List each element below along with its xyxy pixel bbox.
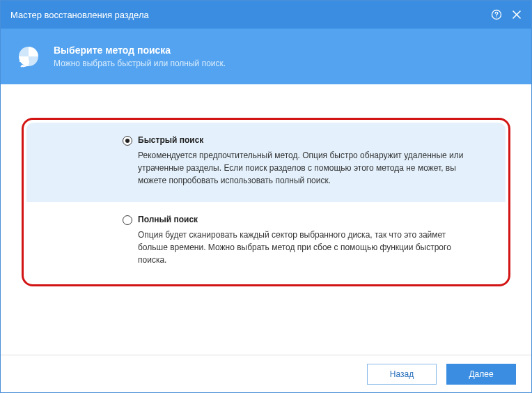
header-band: Выберите метод поиска Можно выбрать быст… [1,29,531,84]
back-button[interactable]: Назад [367,364,437,385]
option-full-search[interactable]: Полный поиск Опция будет сканировать каж… [26,202,506,282]
option-quick-title: Быстрый поиск [138,135,489,145]
dialog-body: Быстрый поиск Рекомендуется предпочтител… [1,84,531,286]
next-button[interactable]: Далее [446,364,516,385]
wizard-icon [16,44,41,69]
header-text: Выберите метод поиска Можно выбрать быст… [54,45,226,68]
option-quick-search[interactable]: Быстрый поиск Рекомендуется предпочтител… [26,123,506,202]
svg-point-1 [496,17,497,18]
option-full-desc: Опция будет сканировать каждый сектор вы… [138,229,472,266]
close-icon[interactable] [512,10,522,20]
titlebar: Мастер восстановления раздела [1,1,531,29]
radio-full-search[interactable] [123,215,132,225]
options-highlight-frame: Быстрый поиск Рекомендуется предпочтител… [22,118,510,286]
header-heading: Выберите метод поиска [54,45,226,56]
help-icon[interactable] [491,9,502,20]
dialog-window: Мастер восстановления раздела [0,0,532,393]
option-quick-desc: Рекомендуется предпочтительный метод. Оп… [138,149,472,187]
header-sub: Можно выбрать быстрый или полный поиск. [54,59,226,68]
window-title: Мастер восстановления раздела [10,10,491,20]
radio-quick-search[interactable] [123,136,132,146]
option-full-title: Полный поиск [138,215,489,224]
footer: Назад Далее [1,355,531,392]
titlebar-actions [491,9,522,20]
